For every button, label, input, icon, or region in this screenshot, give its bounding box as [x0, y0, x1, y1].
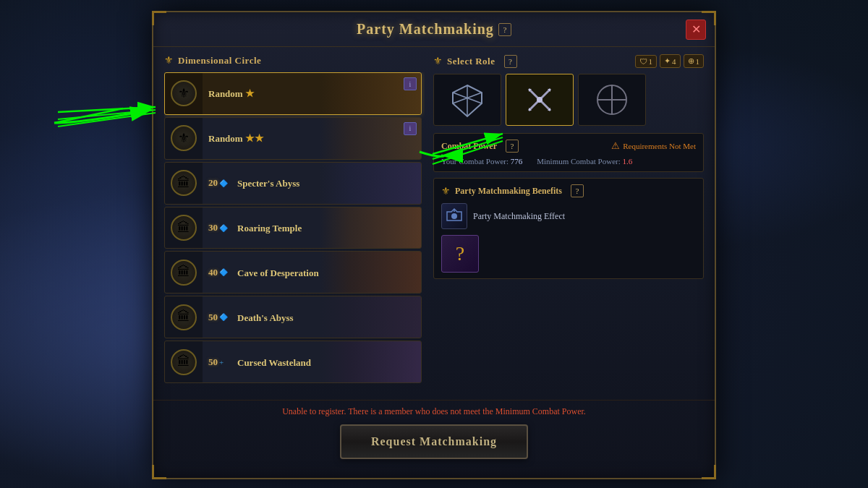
dungeon-bg-roaring — [320, 207, 421, 249]
specter-level-num: 20 — [208, 177, 218, 189]
cursed-level-num: 50 — [208, 356, 218, 368]
dungeon-item-roaring[interactable]: 🏛 30 🔷 Roaring Temple — [164, 207, 422, 249]
role-counts: 🛡 1 ✦ 4 ⊕ 1 — [635, 54, 705, 68]
dungeon-item-random1[interactable]: ⚜ Random ★ i — [164, 72, 422, 115]
modal-help-icon[interactable]: ? — [498, 23, 511, 36]
dungeon-emblem-roaring: 🏛 — [171, 215, 197, 241]
support-count-badge: ⊕ 1 — [684, 54, 705, 68]
dungeon-icon-random2: ⚜ — [165, 118, 203, 159]
dungeon-icon-cursed: 🏛 — [165, 341, 203, 382]
left-panel: ⚜ Dimensional Circle ⚜ Random ★ i — [164, 54, 425, 393]
dungeon-bg-cave — [320, 252, 421, 293]
your-combat-label: Your Combat Power: — [441, 157, 509, 166]
combat-power-header: Combat Power ? ⚠ Requirements Not Met — [441, 140, 696, 153]
dungeon-item-specter[interactable]: 🏛 20 🔷 Specter's Abyss — [164, 162, 422, 205]
role-icons-row — [433, 74, 704, 126]
specter-level-badge: 20 🔷 — [208, 177, 228, 189]
benefits-header: ⚜ Party Matchmaking Benefits ? — [441, 184, 696, 197]
cave-level-num: 40 — [208, 267, 218, 278]
roaring-level-badge: 30 🔷 — [208, 222, 228, 234]
min-combat-power: Minimum Combat Power: 1.6 — [537, 157, 632, 166]
min-combat-label: Minimum Combat Power: — [537, 157, 621, 166]
benefits-fleur-icon: ⚜ — [441, 185, 451, 197]
party-matchmaking-effect-item: Party Matchmaking Effect — [441, 203, 696, 229]
dungeon-icon-cave: 🏛 — [165, 252, 203, 293]
dungeon-icon-specter: 🏛 — [165, 163, 203, 204]
combat-help-icon[interactable]: ? — [506, 140, 519, 153]
right-panel: ⚜ Select Role ? 🛡 1 ✦ 4 ⊕ 1 — [433, 54, 704, 393]
mystery-reward-item: ? — [441, 235, 479, 273]
tank-shield-icon — [449, 82, 485, 118]
tank-icon: 🛡 — [639, 57, 647, 66]
cave-level-badge: 40 🔷 — [208, 267, 228, 278]
dungeon-item-random2[interactable]: ⚜ Random ★★ i — [164, 117, 422, 160]
star-icon: ★ — [245, 88, 255, 99]
dungeon-item-deaths[interactable]: 🏛 50 🔷 Death's Abyss — [164, 296, 422, 338]
dungeon-info-btn-random2[interactable]: i — [404, 122, 417, 135]
your-combat-value: 776 — [511, 157, 523, 166]
dungeon-emblem-specter: 🏛 — [171, 170, 197, 196]
dungeon-icon-random1: ⚜ — [165, 73, 203, 114]
svg-point-6 — [537, 97, 542, 103]
benefits-help-icon[interactable]: ? — [571, 184, 584, 197]
dungeon-icon-deaths: 🏛 — [165, 296, 203, 338]
deaths-level-emblem: 🔷 — [219, 313, 228, 321]
dungeon-name-specter: Specter's Abyss — [237, 178, 299, 189]
dungeon-bg-specter — [320, 163, 421, 204]
tank-count: 1 — [649, 57, 653, 66]
role-select-header: ⚜ Select Role ? 🛡 1 ✦ 4 ⊕ 1 — [433, 54, 704, 68]
matchmaking-effect-svg — [444, 206, 464, 226]
support-count: 1 — [696, 57, 700, 66]
dungeon-item-cursed[interactable]: 🏛 50 + Cursed Wasteland — [164, 341, 422, 383]
dungeon-item-cave[interactable]: 🏛 40 🔷 Cave of Desperation — [164, 251, 422, 294]
dungeon-info-btn-random1[interactable]: i — [404, 77, 417, 90]
support-role-button[interactable] — [578, 74, 646, 126]
dungeon-list: ⚜ Random ★ i ⚜ Random ★★ — [164, 72, 425, 383]
tank-role-button[interactable] — [433, 74, 501, 126]
dungeon-name-deaths: Death's Abyss — [237, 312, 294, 323]
requirements-text: Requirements Not Met — [623, 142, 696, 150]
modal-body: ⚜ Dimensional Circle ⚜ Random ★ i — [153, 47, 715, 400]
dps-role-button[interactable] — [506, 74, 574, 126]
dungeon-bg-deaths — [320, 296, 421, 338]
benefits-section: ⚜ Party Matchmaking Benefits ? Party Mat… — [433, 178, 704, 279]
combat-power-section: Combat Power ? ⚠ Requirements Not Met Yo… — [433, 133, 704, 172]
deaths-level-num: 50 — [208, 312, 218, 323]
cursed-plus-icon: + — [219, 358, 224, 367]
error-message: Unable to register. There is a member wh… — [164, 406, 704, 417]
dungeon-emblem-random1: ⚜ — [171, 80, 197, 106]
dps-count-badge: ✦ 4 — [660, 54, 681, 68]
support-circle-cross-icon — [594, 82, 630, 118]
support-icon: ⊕ — [688, 56, 694, 66]
modal-header: Party Matchmaking ? ✕ — [153, 12, 715, 47]
party-matchmaking-effect-label: Party Matchmaking Effect — [473, 211, 565, 222]
dungeon-icon-roaring: 🏛 — [165, 207, 203, 249]
svg-point-14 — [451, 213, 457, 219]
dimensional-circle-title: Dimensional Circle — [178, 55, 261, 67]
dungeon-bg-cursed — [320, 341, 421, 382]
role-fleur-icon: ⚜ — [433, 55, 443, 67]
dps-icon: ✦ — [664, 56, 671, 66]
dungeon-emblem-cursed: 🏛 — [171, 349, 197, 375]
role-help-icon[interactable]: ? — [504, 55, 517, 68]
request-matchmaking-button[interactable]: Request Matchmaking — [340, 424, 528, 459]
dungeon-name-cave: Cave of Desperation — [237, 267, 319, 278]
benefit-effect-icon — [441, 203, 467, 229]
close-button[interactable]: ✕ — [686, 20, 706, 40]
dungeon-name-roaring: Roaring Temple — [237, 223, 302, 234]
dungeon-name-random2: Random ★★ — [208, 133, 264, 144]
specter-level-emblem: 🔷 — [219, 179, 228, 187]
cursed-level-badge: 50 + — [208, 356, 224, 368]
star-icon-2: ★★ — [245, 133, 264, 144]
warning-icon: ⚠ — [611, 140, 620, 152]
dungeon-name-random1: Random ★ — [208, 88, 255, 99]
dungeon-name-cursed: Cursed Wasteland — [237, 357, 311, 368]
combat-power-title: Combat Power — [441, 141, 497, 152]
dps-crossed-swords-icon — [522, 82, 558, 118]
benefits-title: Party Matchmaking Benefits — [455, 186, 562, 197]
your-combat-power: Your Combat Power: 776 — [441, 157, 522, 166]
mystery-icon: ? — [456, 242, 464, 265]
modal-footer: Unable to register. There is a member wh… — [153, 400, 715, 465]
combat-info-row: Your Combat Power: 776 Minimum Combat Po… — [441, 157, 696, 166]
min-combat-value: 1.6 — [623, 157, 633, 166]
